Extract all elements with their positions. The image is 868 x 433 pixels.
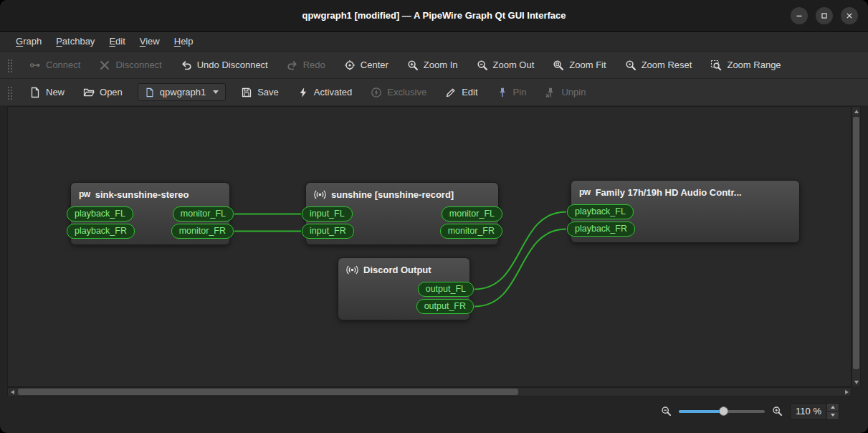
port-playback_FL[interactable]: playback_FL [567, 204, 634, 219]
vertical-scrollbar[interactable] [852, 106, 861, 387]
statusbar: 110 % [0, 396, 868, 433]
menu-help[interactable]: Help [167, 32, 201, 50]
app-window: qpwgraph1 [modified] — A PipeWire Graph … [0, 0, 868, 433]
zoom-in-icon [407, 60, 419, 71]
center-icon [344, 60, 356, 71]
center-label: Center [361, 60, 388, 70]
menu-graph[interactable]: Graph [9, 32, 49, 50]
zoom-in-button[interactable]: Zoom In [401, 55, 464, 75]
pipewire-icon: pw [79, 189, 90, 201]
pencil-icon [445, 87, 457, 98]
chevron-down-icon [213, 90, 219, 94]
exclusive-button: Exclusive [364, 82, 433, 103]
node-header[interactable]: pw sink-sunshine-stereo [71, 183, 229, 204]
edit-button[interactable]: Edit [439, 82, 484, 103]
zoom-range-button[interactable]: Zoom Range [704, 55, 787, 75]
activated-label: Activated [314, 87, 352, 97]
port-monitor_FR[interactable]: monitor_FR [171, 224, 234, 239]
zoom-out-label: Zoom Out [493, 60, 535, 70]
save-button[interactable]: Save [234, 82, 285, 103]
unpin-button: Unpin [538, 82, 592, 103]
zoom-slider[interactable] [679, 406, 765, 417]
zoom-fit-label: Zoom Fit [569, 60, 606, 70]
zoom-reset-button[interactable]: Zoom Reset [619, 55, 699, 75]
node-header[interactable]: pw Family 17h/19h HD Audio Contr... [571, 181, 799, 201]
node-sunshine[interactable]: sunshine [sunshine-record] input_FL inpu… [305, 182, 499, 245]
minimize-button[interactable] [791, 7, 808, 24]
zoom-spinbox[interactable]: 110 % [790, 403, 839, 420]
save-icon [241, 87, 252, 98]
spin-up-button[interactable] [827, 404, 839, 411]
port-monitor_FL[interactable]: monitor_FL [173, 206, 234, 222]
patchbay-combo-label: qpwgraph1 [160, 87, 206, 97]
toolbar-handle[interactable] [7, 85, 13, 100]
exclusive-lightning-icon [371, 87, 382, 98]
node-family-hd-audio[interactable]: pw Family 17h/19h HD Audio Contr... play… [571, 180, 800, 243]
zoom-slider-thumb[interactable] [719, 406, 728, 416]
zoom-slider-fill [679, 410, 723, 413]
window-title: qpwgraph1 [modified] — A PipeWire Graph … [302, 10, 566, 21]
disconnect-icon [99, 60, 110, 71]
menu-view[interactable]: View [133, 32, 167, 50]
scroll-left-button[interactable] [8, 388, 16, 396]
arrow-up-icon [831, 406, 835, 409]
port-input_FL[interactable]: input_FL [302, 206, 353, 222]
port-monitor_FL[interactable]: monitor_FL [442, 206, 502, 222]
window-controls [791, 0, 858, 31]
port-playback_FR[interactable]: playback_FR [67, 224, 135, 239]
maximize-button[interactable] [816, 7, 833, 24]
statusbar-zoom-out-icon[interactable] [661, 406, 672, 417]
patchbay-combo[interactable]: qpwgraph1 [138, 83, 226, 101]
connect-icon [29, 60, 41, 71]
zoom-value[interactable]: 110 % [791, 404, 826, 419]
port-output_FL[interactable]: output_FL [418, 282, 474, 297]
zoom-out-button[interactable]: Zoom Out [470, 55, 541, 75]
scroll-up-button[interactable] [852, 107, 860, 115]
node-title: sink-sunshine-stereo [95, 189, 189, 200]
activated-button[interactable]: Activated [291, 82, 358, 103]
menubar: Graph Patchbay Edit View Help [0, 32, 868, 52]
spin-down-button[interactable] [827, 411, 839, 419]
open-folder-icon [83, 87, 95, 98]
port-playback_FR[interactable]: playback_FR [567, 222, 635, 237]
node-discord-output[interactable]: Discord Output output_FL output_FR [338, 257, 470, 320]
horizontal-scrollbar-thumb[interactable] [18, 389, 518, 395]
port-input_FR[interactable]: input_FR [302, 224, 354, 239]
toolbar-handle[interactable] [7, 58, 13, 72]
zoom-fit-button[interactable]: Zoom Fit [546, 55, 612, 75]
zoom-range-icon [710, 60, 722, 71]
zoom-reset-label: Zoom Reset [642, 60, 692, 70]
center-button[interactable]: Center [338, 55, 395, 75]
redo-icon [287, 60, 298, 71]
port-output_FR[interactable]: output_FR [416, 299, 474, 314]
node-header[interactable]: Discord Output [338, 258, 469, 279]
statusbar-zoom-in-icon[interactable] [772, 406, 783, 417]
new-button[interactable]: New [23, 82, 71, 103]
node-sink-sunshine-stereo[interactable]: pw sink-sunshine-stereo playback_FL play… [70, 182, 230, 245]
port-monitor_FR[interactable]: monitor_FR [440, 224, 502, 239]
arrow-right-icon [845, 390, 849, 394]
connect-button: Connect [23, 55, 87, 75]
titlebar[interactable]: qpwgraph1 [modified] — A PipeWire Graph … [0, 0, 868, 32]
scroll-right-button[interactable] [842, 388, 851, 396]
lightning-icon [297, 87, 309, 98]
arrow-down-icon [831, 414, 835, 417]
scroll-down-button[interactable] [852, 378, 860, 386]
pin-icon [497, 87, 508, 98]
close-button[interactable] [841, 7, 858, 24]
open-button[interactable]: Open [77, 82, 129, 103]
save-label: Save [257, 87, 279, 97]
undo-disconnect-button[interactable]: Undo Disconnect [174, 55, 275, 75]
zoom-out-icon [477, 60, 488, 71]
new-label: New [46, 87, 65, 97]
pipewire-icon: pw [579, 186, 591, 199]
horizontal-scrollbar[interactable] [7, 387, 852, 396]
node-header[interactable]: sunshine [sunshine-record] [306, 183, 498, 204]
maximize-icon [819, 11, 829, 21]
menu-edit[interactable]: Edit [102, 32, 132, 50]
edit-label: Edit [462, 87, 477, 97]
vertical-scrollbar-thumb[interactable] [853, 117, 859, 369]
graph-canvas[interactable]: pw sink-sunshine-stereo playback_FL play… [7, 106, 852, 387]
menu-patchbay[interactable]: Patchbay [49, 32, 102, 50]
port-playback_FL[interactable]: playback_FL [67, 206, 133, 222]
